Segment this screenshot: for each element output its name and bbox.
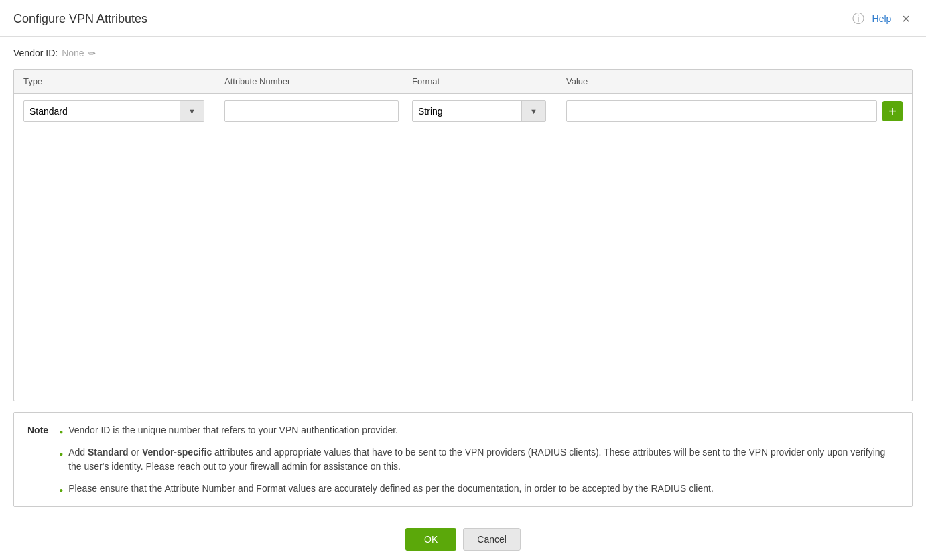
note-text-3: Please ensure that the Attribute Number …	[68, 482, 714, 496]
format-dropdown-arrow[interactable]: ▼	[521, 100, 545, 122]
note-label: Note	[27, 423, 48, 496]
value-row: +	[566, 100, 903, 122]
type-cell: Standard Vendor-specific ▼	[23, 100, 224, 122]
type-select-wrapper: Standard Vendor-specific ▼	[23, 100, 204, 122]
value-input[interactable]	[566, 100, 877, 122]
format-select-wrapper: String Integer IP Address ▼	[412, 100, 546, 122]
table-header: Type Attribute Number Format Value	[14, 70, 912, 94]
bullet-icon-3: ●	[59, 485, 63, 495]
note-item-3: ● Please ensure that the Attribute Numbe…	[59, 482, 899, 496]
table-row: Standard Vendor-specific ▼ String	[14, 94, 912, 129]
edit-icon[interactable]: ✏	[88, 48, 96, 58]
vendor-id-row: Vendor ID: None ✏	[13, 48, 913, 58]
col-attribute-number: Attribute Number	[224, 76, 412, 86]
col-format: Format	[412, 76, 566, 86]
col-type: Type	[23, 76, 224, 86]
help-link[interactable]: Help	[872, 13, 892, 24]
dialog-footer: OK Cancel	[0, 518, 926, 560]
dialog-header: Configure VPN Attributes ⓘ Help ×	[0, 0, 926, 37]
format-select[interactable]: String Integer IP Address	[413, 106, 521, 117]
note-text-1: Vendor ID is the unique number that refe…	[68, 423, 398, 437]
close-button[interactable]: ×	[899, 12, 913, 25]
dialog-title: Configure VPN Attributes	[13, 12, 147, 26]
bullet-icon-2: ●	[59, 449, 63, 459]
add-row-button[interactable]: +	[882, 101, 903, 121]
header-actions: ⓘ Help ×	[852, 11, 913, 27]
cancel-button[interactable]: Cancel	[463, 528, 521, 551]
question-icon: ⓘ	[852, 11, 864, 27]
note-content: ● Vendor ID is the unique number that re…	[59, 423, 899, 496]
vendor-id-value: None	[62, 48, 84, 58]
bullet-icon-1: ●	[59, 427, 63, 437]
dialog-body: Vendor ID: None ✏ Type Attribute Number …	[0, 37, 926, 518]
attribute-number-cell	[224, 100, 412, 122]
bold-standard: Standard	[88, 447, 129, 458]
attributes-table: Type Attribute Number Format Value Stand…	[13, 69, 913, 401]
type-dropdown-arrow[interactable]: ▼	[180, 100, 204, 122]
note-item-1: ● Vendor ID is the unique number that re…	[59, 423, 899, 437]
configure-vpn-dialog: Configure VPN Attributes ⓘ Help × Vendor…	[0, 0, 926, 560]
value-cell: +	[566, 100, 903, 122]
note-section: Note ● Vendor ID is the unique number th…	[13, 412, 913, 507]
note-text-2: Add Standard or Vendor-specific attribut…	[68, 445, 899, 474]
ok-button[interactable]: OK	[405, 528, 456, 551]
bold-vendor-specific: Vendor-specific	[142, 447, 212, 458]
note-item-2: ● Add Standard or Vendor-specific attrib…	[59, 445, 899, 474]
type-select[interactable]: Standard Vendor-specific	[24, 106, 180, 117]
attribute-number-input[interactable]	[224, 100, 399, 122]
col-value: Value	[566, 76, 903, 86]
vendor-id-label: Vendor ID:	[13, 48, 58, 58]
note-list: ● Vendor ID is the unique number that re…	[59, 423, 899, 496]
format-cell: String Integer IP Address ▼	[412, 100, 566, 122]
